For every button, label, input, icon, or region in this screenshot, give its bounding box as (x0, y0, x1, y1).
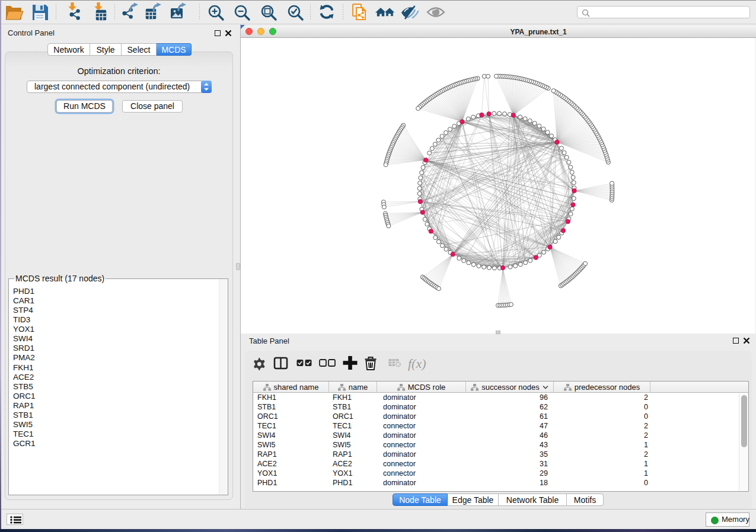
svg-text:f(x): f(x) (408, 356, 426, 371)
